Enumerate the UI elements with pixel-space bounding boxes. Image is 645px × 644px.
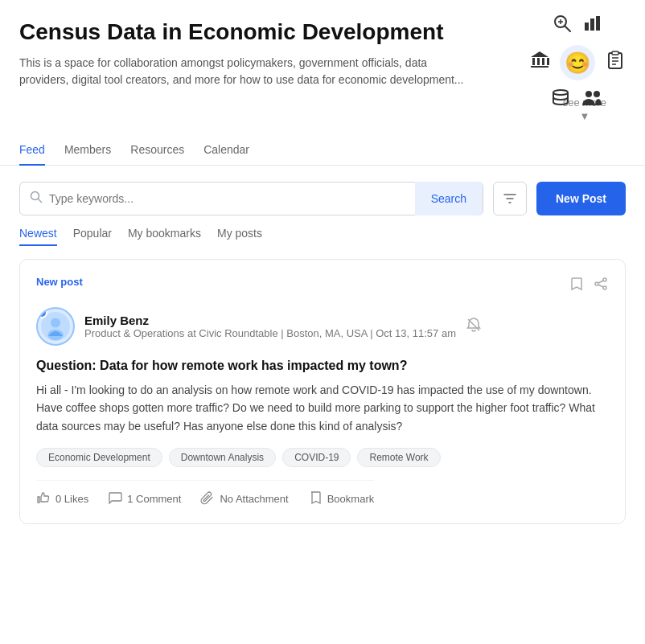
svg-line-27 [598,285,603,287]
icon-row-bottom [550,87,605,113]
bookmark-footer-icon [308,490,322,507]
bank-icon [529,50,550,76]
svg-rect-4 [585,23,589,31]
author-row: Emily Benz Product & Operations at Civic… [36,307,482,346]
svg-rect-12 [531,66,548,68]
tab-feed[interactable]: Feed [19,135,45,166]
search-field-wrapper: Search [19,182,483,215]
people-icon [581,87,605,113]
post-body: Hi all - I'm looking to do an analysis o… [36,381,609,435]
post-title: Question: Data for how remote work has i… [36,359,407,373]
svg-point-25 [603,286,606,289]
avatar [36,307,75,346]
likes-button[interactable]: 0 Likes [36,490,88,507]
attachment-button[interactable]: No Attachment [200,490,288,507]
tag-downtown-analysis[interactable]: Downtown Analysis [169,448,276,467]
post-tags: Economic Development Downtown Analysis C… [36,448,441,467]
comments-button[interactable]: 1 Comment [108,490,181,507]
sort-tab-bookmarks[interactable]: My bookmarks [128,227,201,246]
new-post-button[interactable]: New Post [536,182,626,215]
svg-point-29 [51,318,60,328]
svg-point-18 [553,90,568,95]
tab-resources[interactable]: Resources [130,135,184,166]
sort-tabs: Newest Popular My bookmarks My posts [0,215,645,246]
tab-calendar[interactable]: Calendar [203,135,249,166]
search-toolbar: Search New Post [0,166,645,215]
notification-dot [36,307,47,318]
tag-economic-development[interactable]: Economic Development [36,448,162,467]
svg-rect-8 [532,58,535,65]
svg-point-20 [594,91,600,97]
post-card: New post [19,259,626,524]
tab-members[interactable]: Members [64,135,111,166]
sort-tab-newest[interactable]: Newest [19,227,57,246]
svg-point-24 [595,282,598,285]
svg-point-23 [603,278,606,281]
new-post-badge: New post [36,276,83,288]
bookmark-footer-button[interactable]: Bookmark [308,490,375,507]
icon-row-middle: 😊 [529,45,626,80]
filter-button[interactable] [493,182,527,215]
clipboard-icon [605,50,626,76]
author-info: Emily Benz Product & Operations at Civic… [84,314,456,339]
svg-rect-11 [547,58,549,65]
thumbs-up-icon [36,490,51,507]
page-header: Census Data in Economic Development [0,0,645,122]
analytics-icon [552,13,573,39]
header-icons: 😊 [529,13,626,113]
comment-icon [108,490,122,507]
author-meta: Product & Operations at Civic Roundtable… [84,327,456,339]
notifications-off-icon[interactable] [466,317,482,336]
svg-rect-10 [542,58,544,65]
main-nav: Feed Members Resources Calendar [0,135,645,166]
svg-point-19 [585,91,592,97]
svg-line-1 [565,27,571,32]
icon-row-top [552,13,603,39]
search-icon [30,191,43,207]
share-icon[interactable] [593,276,609,295]
bookmark-action-icon[interactable] [569,276,585,295]
tag-remote-work[interactable]: Remote Work [357,448,440,467]
search-input[interactable] [49,192,415,205]
svg-rect-9 [537,58,540,65]
bar-chart-icon [582,13,603,39]
sort-tab-popular[interactable]: Popular [73,227,112,246]
author-name: Emily Benz [84,314,456,327]
svg-rect-6 [596,16,600,31]
smiley-avatar: 😊 [560,45,595,80]
svg-rect-5 [590,18,594,31]
database-icon [550,87,571,113]
post-footer: 0 Likes 1 Comment [36,480,374,507]
tag-covid19[interactable]: COVID-19 [282,448,351,467]
svg-line-22 [39,199,42,203]
sort-tab-myposts[interactable]: My posts [217,227,262,246]
post-actions [569,276,609,295]
post-header-row: New post [36,276,609,297]
svg-marker-7 [531,51,548,57]
svg-line-26 [598,281,603,283]
paperclip-icon [200,490,215,507]
search-button[interactable]: Search [415,182,483,215]
svg-rect-14 [612,51,618,55]
